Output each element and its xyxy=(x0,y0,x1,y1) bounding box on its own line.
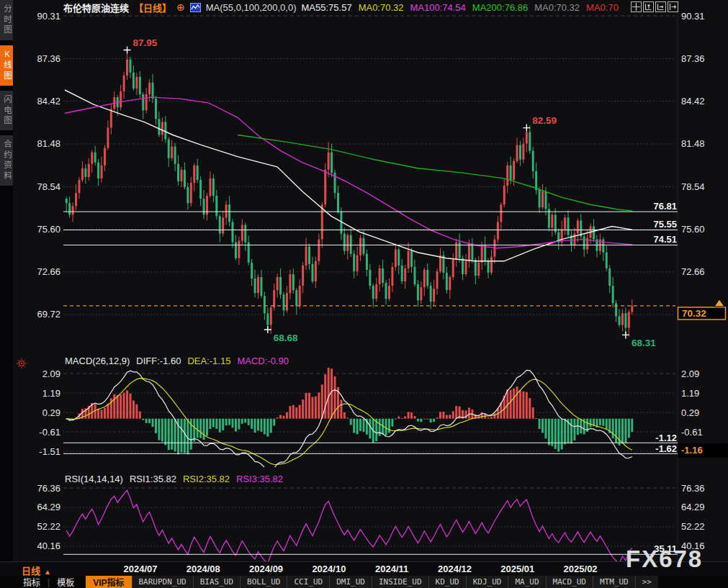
svg-text:1.19: 1.19 xyxy=(681,388,699,399)
macd-diff-value: DIFF:-1.60 xyxy=(136,356,181,367)
svg-text:74.51: 74.51 xyxy=(653,234,677,245)
svg-text:64.29: 64.29 xyxy=(37,502,60,512)
svg-text:-1.51: -1.51 xyxy=(39,446,60,457)
svg-text:75.60: 75.60 xyxy=(681,224,705,235)
overlay-ma200 xyxy=(238,135,632,212)
svg-text:0.29: 0.29 xyxy=(681,407,699,418)
svg-text:84.42: 84.42 xyxy=(37,96,60,107)
indicator-tab-macd-ud[interactable]: MACD_UD xyxy=(546,576,593,588)
svg-text:75.55: 75.55 xyxy=(653,219,677,230)
current-price-label: 70.32 xyxy=(678,299,726,320)
svg-text:81.48: 81.48 xyxy=(37,138,60,149)
indicator-tab--[interactable]: >> xyxy=(635,576,658,588)
svg-text:76.81: 76.81 xyxy=(653,201,677,212)
svg-text:87.36: 87.36 xyxy=(681,53,705,64)
time-axis-label: 2024/09 xyxy=(249,564,283,574)
svg-text:72.66: 72.66 xyxy=(681,266,705,277)
axis-zoom-right-icon[interactable] xyxy=(655,1,666,12)
time-axis-label: 2024/12 xyxy=(438,564,472,574)
svg-text:0.29: 0.29 xyxy=(42,407,60,418)
ma-value-2: MA100:74.54 xyxy=(410,2,466,13)
rsi1-value: RSI1:35.82 xyxy=(130,474,176,485)
indicator-tab-cci-ud[interactable]: CCI_UD xyxy=(287,576,329,588)
chart-header: 布伦特原油连续 【日线】 ⊕ MA(55,0,100,200,0,0) MA55… xyxy=(63,0,625,14)
ma-value-1: MA0:70.32 xyxy=(359,2,404,13)
chevron-up-icon: ▲ xyxy=(44,568,51,576)
add-indicator-icon[interactable]: ⊕ xyxy=(176,1,185,13)
indicator-tab-bias-ud[interactable]: BIAS_UD xyxy=(193,576,240,588)
svg-text:78.54: 78.54 xyxy=(37,181,60,192)
watermark: FX678 xyxy=(626,546,703,573)
indicator-tab-kd-ud[interactable]: KD_UD xyxy=(428,576,466,588)
svg-text:87.95: 87.95 xyxy=(133,37,158,48)
svg-text:2.09: 2.09 xyxy=(42,368,60,379)
indicator-tab-barupdn-ud[interactable]: BARUPDN_UD xyxy=(132,576,193,588)
time-axis-label: 2024/11 xyxy=(375,564,408,574)
svg-text:76.36: 76.36 xyxy=(681,483,705,494)
svg-text:81.48: 81.48 xyxy=(681,138,705,149)
time-axis: 日线▲ 2024/072024/082024/092024/102024/112… xyxy=(0,561,728,576)
time-axis-label: 2025/02 xyxy=(564,564,598,574)
macd-title: MACD(26,12,9) xyxy=(65,356,130,367)
tab-0[interactable]: 指标 xyxy=(16,576,48,588)
indicator-tab-ma-ud[interactable]: MA_UD xyxy=(508,576,545,588)
svg-text:68.68: 68.68 xyxy=(274,333,298,343)
svg-text:-0.61: -0.61 xyxy=(681,427,703,438)
indicator-tab-dmi-ud[interactable]: DMI_UD xyxy=(329,576,372,588)
macd-plot xyxy=(66,367,634,471)
ma-value-4: MA0:70.32 xyxy=(534,2,580,13)
crosshair-icon[interactable] xyxy=(631,1,642,12)
svg-text:52.22: 52.22 xyxy=(37,521,60,532)
svg-text:-1.16: -1.16 xyxy=(681,445,703,456)
period-tag[interactable]: 【日线】 xyxy=(134,1,171,14)
svg-text:68.31: 68.31 xyxy=(632,338,656,348)
ma-value-0: MA55:75.57 xyxy=(302,2,352,13)
svg-text:2.09: 2.09 xyxy=(681,368,699,379)
svg-text:90.31: 90.31 xyxy=(681,11,705,22)
time-axis-label: 2024/07 xyxy=(124,564,158,574)
svg-text:1.19: 1.19 xyxy=(42,388,60,399)
latest-bar-marker xyxy=(714,299,724,307)
indicator-tabbar: 指标|模板VIP指标BARUPDN_UDBIAS_UDBOLL_UDCCI_UD… xyxy=(0,576,728,588)
ma-formula: MA(55,0,100,200,0,0) xyxy=(206,2,297,13)
svg-text:70.32: 70.32 xyxy=(682,308,706,319)
price-annotation: 87.95 xyxy=(124,37,158,54)
chart-style-icon[interactable] xyxy=(190,3,201,12)
svg-text:76.36: 76.36 xyxy=(37,483,60,494)
svg-text:72.66: 72.66 xyxy=(37,266,60,277)
svg-text:82.59: 82.59 xyxy=(532,115,557,126)
svg-text:64.29: 64.29 xyxy=(681,502,705,512)
indicator-tab-kdj-ud[interactable]: KDJ_UD xyxy=(466,576,508,588)
svg-text:-0.61: -0.61 xyxy=(39,427,60,438)
svg-text:52.22: 52.22 xyxy=(681,521,705,532)
svg-text:84.42: 84.42 xyxy=(681,96,705,107)
ma-values: MA55:75.57MA0:70.32MA100:74.54MA200:76.8… xyxy=(302,2,625,13)
indicator-tab-mtm-ud[interactable]: MTM_UD xyxy=(593,576,635,588)
axis-zoom-up-icon[interactable] xyxy=(643,1,654,12)
macd-alert-icon[interactable] xyxy=(17,358,27,368)
rsi-title: RSI(14,14,14) xyxy=(65,474,123,485)
svg-text:75.60: 75.60 xyxy=(37,224,60,235)
tab-1[interactable]: 模板 xyxy=(50,576,81,588)
exit-pane-icon[interactable] xyxy=(668,1,678,12)
ma-value-3: MA200:76.86 xyxy=(472,2,528,13)
rsi2-value: RSI2:35.82 xyxy=(183,474,230,485)
time-axis-label: 2024/08 xyxy=(187,564,220,574)
indicator-tab-inside-ud[interactable]: INSIDE_UD xyxy=(372,576,428,588)
candles-layer xyxy=(65,50,633,337)
svg-text:-1.62: -1.62 xyxy=(655,443,677,454)
time-axis-label: 2024/10 xyxy=(312,564,346,574)
indicator-tab-boll-ud[interactable]: BOLL_UD xyxy=(240,576,287,588)
time-axis-label: 2025/01 xyxy=(500,564,534,574)
price-annotation: 82.59 xyxy=(523,115,557,132)
trading-app-window: 90.3190.3187.3687.3684.4284.4281.4881.48… xyxy=(0,0,728,588)
svg-text:78.54: 78.54 xyxy=(681,181,705,192)
svg-text:87.36: 87.36 xyxy=(37,53,60,64)
macd-macd-value: MACD:-0.90 xyxy=(237,356,289,367)
price-annotation: 68.68 xyxy=(264,326,298,343)
tab-2[interactable]: VIP指标 xyxy=(86,576,131,588)
svg-text:69.72: 69.72 xyxy=(37,309,60,320)
chart-canvas[interactable]: 90.3190.3187.3687.3684.4284.4281.4881.48… xyxy=(0,0,728,588)
macd-dea-value: DEA:-1.15 xyxy=(187,356,230,367)
chart-toolbar xyxy=(631,1,678,12)
